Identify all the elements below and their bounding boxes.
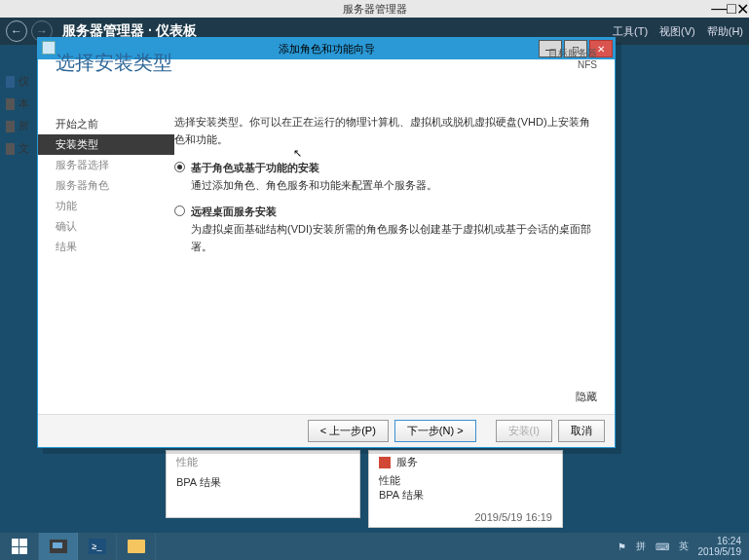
bpa-label: BPA 结果 xyxy=(176,475,350,490)
wizard-content: 选择安装类型。你可以在正在运行的物理计算机、虚拟机或脱机虚拟硬盘(VHD)上安装… xyxy=(174,59,615,414)
tray-lang[interactable]: 英 xyxy=(679,540,689,553)
nav-back-button[interactable]: ← xyxy=(6,20,27,42)
step-features: 功能 xyxy=(38,196,174,216)
powershell-icon: ≥_ xyxy=(89,539,106,554)
menu-help[interactable]: 帮助(H) xyxy=(707,24,743,39)
wizard-icon xyxy=(42,41,56,55)
option-role-based[interactable]: 基于角色或基于功能的安装 通过添加角色、角色服务和功能来配置单个服务器。 xyxy=(174,160,597,194)
start-button[interactable] xyxy=(0,533,39,560)
outer-maximize-button[interactable]: □ xyxy=(727,0,736,19)
tray-ime-icon[interactable]: 拼 xyxy=(636,540,646,553)
step-confirm: 确认 xyxy=(38,216,174,237)
taskbar: ≥_ ⚑ 拼 ⌨ 英 16:24 2019/5/19 xyxy=(0,533,749,560)
option-rds[interactable]: 远程桌面服务安装 为虚拟桌面基础结构(VDI)安装所需的角色服务以创建基于虚拟机… xyxy=(174,204,597,255)
outer-close-button[interactable]: ✕ xyxy=(736,0,749,19)
wizard-steps: 开始之前 安装类型 服务器选择 服务器角色 功能 确认 结果 xyxy=(38,59,174,414)
server-manager-icon xyxy=(50,540,67,553)
svc-label: 服务 xyxy=(396,455,418,469)
bpa-label2: BPA 结果 xyxy=(379,488,552,503)
rail-all[interactable]: 所 xyxy=(0,115,35,137)
cancel-button[interactable]: 取消 xyxy=(558,420,605,442)
servers-icon xyxy=(6,121,15,132)
dashboard-icon xyxy=(6,76,15,88)
outer-window-title: 服务器管理器 xyxy=(0,0,749,18)
outer-window-controls: — □ ✕ xyxy=(711,0,749,19)
server-icon xyxy=(6,98,15,110)
option-role-based-label: 基于角色或基于功能的安装 xyxy=(191,162,319,173)
folder-icon xyxy=(128,540,145,553)
target-server-label: 目标服务器 xyxy=(548,48,597,59)
option-rds-label: 远程桌面服务安装 xyxy=(191,205,277,217)
intro-text: 选择安装类型。你可以在正在运行的物理计算机、虚拟机或脱机虚拟硬盘(VHD)上安装… xyxy=(174,114,597,148)
task-server-manager[interactable] xyxy=(39,533,78,560)
system-tray: ⚑ 拼 ⌨ 英 16:24 2019/5/19 xyxy=(610,533,750,560)
panel-timestamp: 2019/5/19 16:19 xyxy=(474,511,552,523)
step-server-sel[interactable]: 服务器选择 xyxy=(38,155,174,175)
alert-icon xyxy=(379,457,391,468)
step-results: 结果 xyxy=(38,237,174,257)
windows-icon xyxy=(12,539,27,554)
step-server-role: 服务器角色 xyxy=(38,175,174,196)
bg-panel-left: 性能 BPA 结果 xyxy=(166,450,360,518)
outer-minimize-button[interactable]: — xyxy=(711,0,727,19)
radio-rds[interactable] xyxy=(174,205,185,216)
menu-view[interactable]: 视图(V) xyxy=(659,24,695,39)
wizard-window: 添加角色和功能向导 — □ ✕ 选择安装类型 目标服务器 NFS 开始之前 安装… xyxy=(37,37,616,448)
option-rds-desc: 为虚拟桌面基础结构(VDI)安装所需的角色服务以创建基于虚拟机或基于会话的桌面部… xyxy=(191,221,597,255)
tray-time: 16:24 xyxy=(698,536,742,546)
option-role-based-desc: 通过添加角色、角色服务和功能来配置单个服务器。 xyxy=(191,177,437,195)
left-rail: 仪 本 所 文 xyxy=(0,70,35,160)
next-button[interactable]: 下一步(N) > xyxy=(394,420,476,442)
cursor-icon: ↖ xyxy=(293,145,302,163)
wizard-footer: < 上一步(P) 下一步(N) > 安装(I) 取消 xyxy=(38,414,615,447)
rail-file[interactable]: 文 xyxy=(0,137,35,160)
tray-date: 2019/5/19 xyxy=(698,546,742,557)
perf-label: 性能 xyxy=(379,473,552,488)
menu-bar: 工具(T) 视图(V) 帮助(H) xyxy=(613,18,743,45)
hide-details-link[interactable]: 隐藏 xyxy=(576,389,597,406)
radio-role-based[interactable] xyxy=(174,162,185,172)
task-explorer[interactable] xyxy=(117,533,156,560)
install-button: 安装(I) xyxy=(496,420,552,442)
step-before[interactable]: 开始之前 xyxy=(38,114,174,134)
file-icon xyxy=(6,143,15,155)
prev-button[interactable]: < 上一步(P) xyxy=(308,420,389,442)
bg-panel-right: 服务 性能 BPA 结果 2019/5/19 16:19 xyxy=(368,450,563,528)
tray-keyboard-icon[interactable]: ⌨ xyxy=(655,541,669,552)
tray-clock[interactable]: 16:24 2019/5/19 xyxy=(698,536,742,557)
step-type[interactable]: 安装类型 xyxy=(38,134,174,155)
rail-local[interactable]: 本 xyxy=(0,93,35,115)
task-powershell[interactable]: ≥_ xyxy=(78,533,117,560)
rail-dashboard[interactable]: 仪 xyxy=(0,70,35,93)
tray-flag-icon[interactable]: ⚑ xyxy=(618,541,626,552)
menu-tools[interactable]: 工具(T) xyxy=(613,24,648,39)
